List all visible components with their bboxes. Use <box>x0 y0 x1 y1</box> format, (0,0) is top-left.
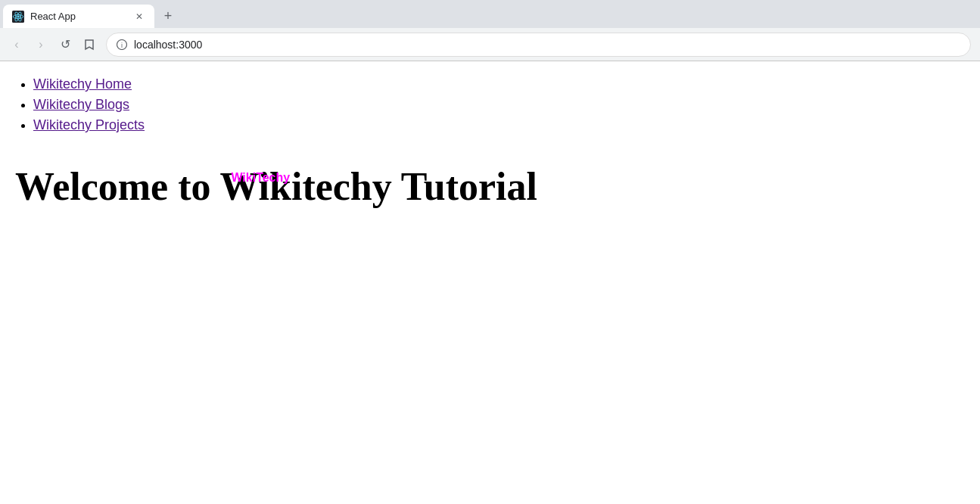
page-heading: Welcome to Wikitechy Tutorial <box>15 163 537 210</box>
browser-toolbar: ‹ › ↺ i localhost:3000 <box>0 28 980 61</box>
navigation-list: Wikitechy Home Wikitechy Blogs Wikitechy… <box>15 76 965 133</box>
list-item: Wikitechy Home <box>33 76 965 92</box>
heading-container: Welcome to Wikitechy Tutorial WikiTechy <box>15 163 537 210</box>
active-tab[interactable]: React App ✕ <box>3 5 154 28</box>
reload-button[interactable]: ↺ <box>54 34 76 55</box>
new-tab-button[interactable]: + <box>157 6 179 27</box>
security-icon: i <box>116 39 128 51</box>
back-button[interactable]: ‹ <box>6 34 27 55</box>
svg-text:i: i <box>121 42 123 49</box>
list-item: Wikitechy Blogs <box>33 97 965 113</box>
blogs-link[interactable]: Wikitechy Blogs <box>33 97 129 112</box>
svg-point-5 <box>17 15 20 17</box>
address-bar[interactable]: i localhost:3000 <box>106 33 971 57</box>
tab-close-button[interactable]: ✕ <box>133 11 145 23</box>
page-content: Wikitechy Home Wikitechy Blogs Wikitechy… <box>0 61 980 504</box>
tab-bar: React App ✕ + <box>0 0 980 28</box>
tab-title: React App <box>30 11 127 22</box>
info-icon: i <box>117 39 127 50</box>
forward-button[interactable]: › <box>30 34 51 55</box>
url-text: localhost:3000 <box>134 39 961 51</box>
bookmark-icon <box>83 39 95 51</box>
bookmark-button[interactable] <box>79 34 100 55</box>
home-link[interactable]: Wikitechy Home <box>33 76 132 92</box>
projects-link[interactable]: Wikitechy Projects <box>33 117 145 132</box>
react-favicon-icon <box>12 11 24 23</box>
list-item: Wikitechy Projects <box>33 117 965 133</box>
